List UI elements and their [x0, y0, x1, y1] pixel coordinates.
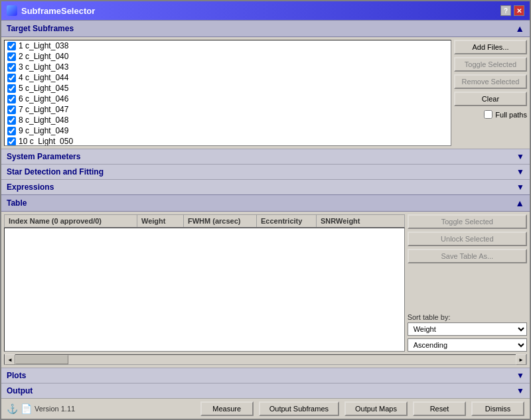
- horizontal-scrollbar[interactable]: [4, 354, 527, 365]
- content-area: Target Subframes 1 c_Light_0382 c_Light_…: [1, 20, 530, 419]
- col-eccentricity: Eccentricity: [257, 215, 317, 227]
- file-list-item[interactable]: 9 c_Light_049: [5, 125, 451, 136]
- file-item-label: 3 c_Light_043: [19, 62, 68, 72]
- toggle-selected-button[interactable]: Toggle Selected: [454, 57, 527, 72]
- title-bar: SubframeSelector ? ✕: [1, 1, 530, 20]
- file-checkbox[interactable]: [7, 63, 16, 72]
- plots-title: Plots: [7, 371, 26, 380]
- file-item-label: 2 c_Light_040: [19, 52, 68, 61]
- file-list-item[interactable]: 1 c_Light_038: [5, 40, 451, 51]
- full-paths-label: Full paths: [495, 111, 527, 119]
- expressions-title: Expressions: [7, 182, 54, 192]
- scroll-right-arrow[interactable]: [516, 354, 526, 365]
- plots-toggle-icon: [516, 371, 524, 380]
- output-toggle-icon: [516, 386, 524, 395]
- file-item-label: 9 c_Light_049: [19, 126, 68, 135]
- anchor-icon: ⚓: [7, 403, 18, 414]
- scroll-left-arrow[interactable]: [5, 354, 15, 365]
- expressions-header[interactable]: Expressions: [1, 179, 530, 194]
- table-header-row: Index Name (0 approved/0) Weight FWHM (a…: [4, 214, 405, 228]
- table-content: Index Name (0 approved/0) Weight FWHM (a…: [1, 212, 530, 354]
- table-title: Table: [7, 198, 27, 208]
- target-subframes-title: Target Subframes: [7, 24, 74, 33]
- table-save-as-button[interactable]: Save Table As...: [408, 249, 527, 263]
- file-list-item[interactable]: 6 c_Light_046: [5, 94, 451, 104]
- window-title: SubframeSelector: [21, 6, 95, 16]
- sort-section: Sort table by: Weight Index FWHM Eccentr…: [408, 313, 527, 352]
- status-icon-area: ⚓ 📄 Version 1.11: [7, 403, 75, 414]
- file-item-label: 5 c_Light_045: [19, 84, 68, 93]
- help-button[interactable]: ?: [500, 5, 511, 16]
- expressions-toggle-icon: [516, 182, 524, 192]
- file-item-label: 8 c_Light_048: [19, 115, 68, 125]
- file-checkbox[interactable]: [7, 137, 16, 146]
- star-detection-toggle-icon: [516, 167, 524, 176]
- file-checkbox[interactable]: [7, 116, 16, 125]
- target-buttons: Add Files... Toggle Selected Remove Sele…: [454, 40, 527, 146]
- system-parameters-header[interactable]: System Parameters: [1, 149, 530, 164]
- clear-button[interactable]: Clear: [454, 92, 527, 106]
- file-checkbox[interactable]: [7, 84, 16, 93]
- sort-by-label: Sort table by:: [408, 313, 527, 321]
- col-fwhm: FWHM (arcsec): [184, 215, 257, 227]
- file-list-item[interactable]: 8 c_Light_048: [5, 115, 451, 125]
- file-list[interactable]: 1 c_Light_0382 c_Light_0403 c_Light_0434…: [4, 40, 451, 146]
- target-subframes-toggle-icon: [515, 23, 524, 34]
- output-maps-button[interactable]: Output Maps: [344, 401, 408, 416]
- file-list-item[interactable]: 7 c_Light_047: [5, 104, 451, 115]
- file-checkbox[interactable]: [7, 74, 16, 82]
- full-paths-row: Full paths: [454, 110, 527, 119]
- system-parameters-title: System Parameters: [7, 152, 80, 161]
- table-area: Index Name (0 approved/0) Weight FWHM (a…: [4, 214, 405, 352]
- file-item-label: 1 c_Light_038: [19, 41, 68, 50]
- add-files-button[interactable]: Add Files...: [454, 40, 527, 54]
- plots-header[interactable]: Plots: [1, 368, 530, 383]
- table-unlock-selected-button[interactable]: Unlock Selected: [408, 232, 527, 246]
- measure-button[interactable]: Measure: [200, 401, 254, 416]
- close-button[interactable]: ✕: [514, 5, 524, 16]
- file-checkbox[interactable]: [7, 127, 16, 135]
- output-header[interactable]: Output: [1, 383, 530, 398]
- col-index-name: Index Name (0 approved/0): [5, 215, 137, 227]
- star-detection-header[interactable]: Star Detection and Fitting: [1, 164, 530, 179]
- scroll-thumb[interactable]: [15, 355, 68, 364]
- dismiss-button[interactable]: Dismiss: [471, 401, 524, 416]
- table-buttons: Toggle Selected Unlock Selected Save Tab…: [408, 214, 527, 352]
- table-toggle-icon: [515, 198, 524, 208]
- document-icon: 📄: [21, 403, 32, 414]
- file-checkbox[interactable]: [7, 42, 16, 50]
- remove-selected-button[interactable]: Remove Selected: [454, 74, 527, 89]
- file-list-item[interactable]: 3 c_Light_043: [5, 62, 451, 72]
- reset-button[interactable]: Reset: [413, 401, 466, 416]
- sort-order-select[interactable]: Ascending Descending: [408, 338, 527, 352]
- file-list-item[interactable]: 4 c_Light_044: [5, 72, 451, 83]
- table-toggle-selected-button[interactable]: Toggle Selected: [408, 214, 527, 229]
- file-checkbox[interactable]: [7, 52, 16, 61]
- file-checkbox[interactable]: [7, 95, 16, 104]
- scroll-track[interactable]: [15, 355, 516, 364]
- output-title: Output: [7, 386, 33, 395]
- target-subframes-content: 1 c_Light_0382 c_Light_0403 c_Light_0434…: [1, 37, 530, 149]
- file-checkbox[interactable]: [7, 105, 16, 114]
- bottom-bar: ⚓ 📄 Version 1.11 Measure Output Subframe…: [1, 398, 530, 419]
- file-item-label: 7 c_Light_047: [19, 105, 68, 114]
- file-item-label: 6 c_Light_046: [19, 94, 68, 104]
- file-item-label: 4 c_Light_044: [19, 73, 68, 82]
- system-parameters-toggle-icon: [516, 152, 524, 161]
- target-subframes-header[interactable]: Target Subframes: [1, 20, 530, 37]
- star-detection-title: Star Detection and Fitting: [7, 167, 104, 176]
- main-window: SubframeSelector ? ✕ Target Subframes 1 …: [0, 0, 531, 420]
- output-subframes-button[interactable]: Output Subframes: [259, 401, 339, 416]
- table-header[interactable]: Table: [1, 194, 530, 212]
- table-body[interactable]: [4, 228, 405, 352]
- file-list-item[interactable]: 10 c_Light_050: [5, 136, 451, 146]
- col-snrweight: SNRWeight: [317, 215, 370, 227]
- title-bar-left: SubframeSelector: [7, 5, 95, 16]
- file-list-item[interactable]: 2 c_Light_040: [5, 51, 451, 62]
- col-weight: Weight: [137, 215, 184, 227]
- sort-column-select[interactable]: Weight Index FWHM Eccentricity SNRWeight: [408, 322, 527, 336]
- full-paths-checkbox[interactable]: [484, 110, 493, 119]
- file-item-label: 10 c_Light_050: [19, 137, 73, 146]
- title-bar-buttons: ? ✕: [500, 5, 524, 16]
- file-list-item[interactable]: 5 c_Light_045: [5, 83, 451, 94]
